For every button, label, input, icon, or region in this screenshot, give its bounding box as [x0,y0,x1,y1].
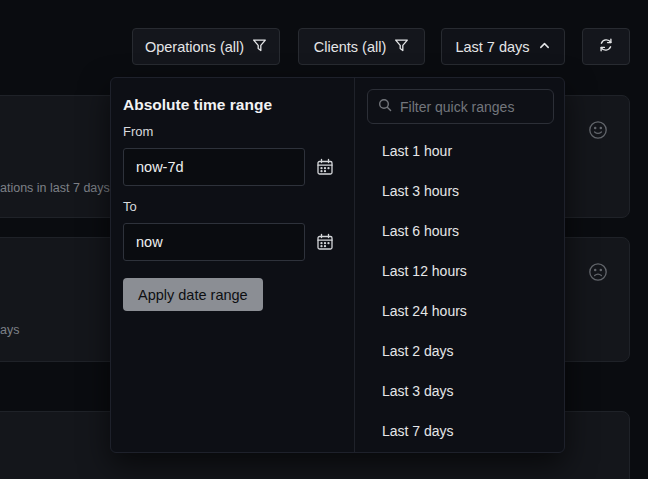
funnel-icon [394,38,409,56]
quick-range-option[interactable]: Last 6 hours [355,211,564,251]
dashboard-page: ations in last 7 days ays Operations (al… [0,0,648,479]
absolute-time-range-title: Absolute time range [123,96,272,114]
from-input[interactable] [123,148,305,186]
chevron-up-icon [538,39,551,55]
clients-filter-button[interactable]: Clients (all) [298,28,425,65]
funnel-icon [252,38,267,56]
card1-caption: ations in last 7 days [0,181,110,195]
quick-range-option[interactable]: Last 3 hours [355,171,564,211]
quick-range-list: Last 1 hour Last 3 hours Last 6 hours La… [355,131,564,451]
quick-range-option[interactable]: Last 1 hour [355,131,564,171]
clients-filter-label: Clients (all) [314,39,387,55]
time-range-label: Last 7 days [455,39,529,55]
quick-range-option[interactable]: Last 2 days [355,331,564,371]
quick-range-option[interactable]: Last 7 days [355,411,564,451]
absolute-time-range-section: Absolute time range From To [111,78,354,452]
card2-caption: ays [0,323,19,337]
refresh-icon [598,37,614,56]
quick-range-filter-input[interactable] [400,99,543,115]
time-range-button[interactable]: Last 7 days [441,28,565,65]
to-label: To [123,199,137,214]
quick-range-option[interactable]: Last 12 hours [355,251,564,291]
refresh-button[interactable] [582,28,630,65]
operations-filter-button[interactable]: Operations (all) [132,28,280,65]
time-picker-dropdown: Absolute time range From To [110,77,565,453]
sad-face-icon [587,261,609,283]
from-label: From [123,124,153,139]
search-icon [378,98,392,116]
quick-range-option[interactable]: Last 3 days [355,371,564,411]
quick-range-filter[interactable] [367,89,554,124]
happy-face-icon [587,119,609,141]
quick-range-option[interactable]: Last 24 hours [355,291,564,331]
apply-date-range-button[interactable]: Apply date range [123,278,263,311]
operations-filter-label: Operations (all) [145,39,244,55]
quick-ranges-section: Last 1 hour Last 3 hours Last 6 hours La… [354,78,564,452]
to-input[interactable] [123,223,305,261]
from-calendar-icon[interactable] [315,158,335,178]
to-calendar-icon[interactable] [315,233,335,253]
